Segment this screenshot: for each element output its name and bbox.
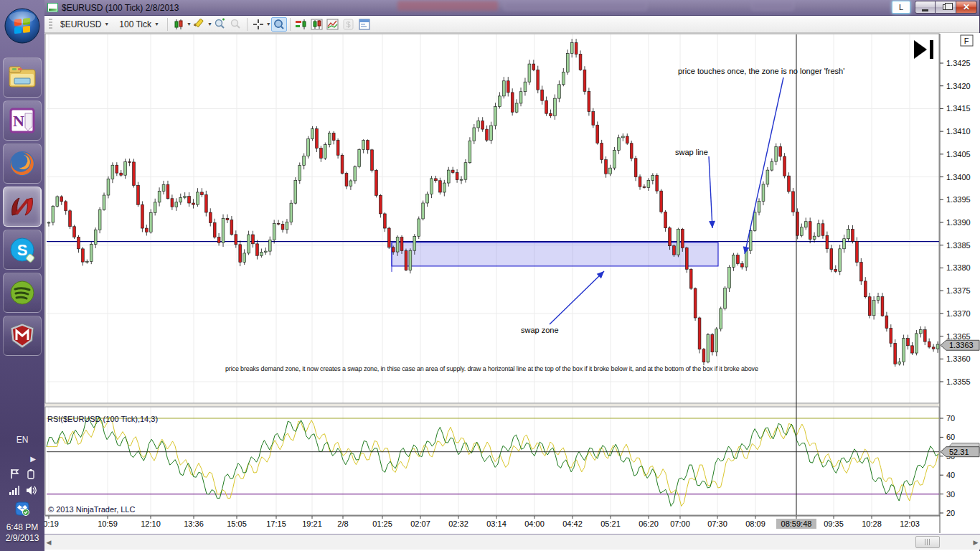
skype-icon: S [8,235,37,264]
price-axis-label: 1.3355 [946,377,971,386]
clock-date: 2/9/2013 [0,533,44,544]
candle-body [541,90,544,100]
zoom-out-icon [230,18,242,30]
annotation-arrow[interactable] [550,271,604,324]
title-bar[interactable]: $EURUSD (100 Tick) 2/8/2013 L ✕ [44,0,979,16]
candle-body [554,98,557,116]
annotation-arrow[interactable] [745,77,783,254]
taskbar-item-onenote[interactable]: N [3,100,42,141]
candle-body [673,246,676,255]
candle-body [847,230,850,239]
language-indicator[interactable]: EN [0,435,44,445]
go-to-end-icon[interactable] [914,40,927,59]
rsi-axis-label: 40 [946,471,955,479]
dropbox-icon[interactable] [15,501,29,516]
annotation-fresh-note[interactable]: price touches once, the zone is no longe… [678,67,844,75]
chart-style-button[interactable]: ▼ [171,17,192,32]
candle-body [286,222,288,230]
instrument-selector[interactable]: $EURUSD ▼ [55,17,114,32]
battery-icon[interactable] [27,468,35,479]
candle-body [545,100,548,113]
system-tray: EN ▶ [0,435,44,551]
scrollbar-thumb[interactable] [915,536,940,548]
network-icon[interactable] [9,486,19,495]
time-axis-label: 09:35 [824,519,844,528]
candle-body [175,202,178,207]
candle-body [826,235,829,249]
zoom-out-button[interactable] [228,17,244,32]
taskbar-item-mcafee[interactable] [3,316,42,356]
taskbar-item-explorer[interactable] [3,57,42,98]
chart-trader-button[interactable] [293,17,309,32]
windows-explorer-icon [8,65,37,90]
candle-body [788,176,791,192]
annotation-swap-line[interactable]: swap line [675,148,708,156]
toolbar-grip[interactable] [49,19,52,30]
ninjatrader-chart-window: $EURUSD (100 Tick) 2/8/2013 L ✕ $EURUSD … [44,0,980,551]
candle-body [481,121,484,129]
indicators-button[interactable] [325,17,341,32]
candle-body [834,269,837,271]
zoom-in-button[interactable] [212,17,228,32]
candle-body [362,141,365,150]
taskbar-item-firefox[interactable] [3,143,42,184]
candle-body [52,206,55,222]
drawing-tools-button[interactable]: ▼ [192,17,212,32]
annotation-arrowhead[interactable] [709,221,715,228]
candle-body [73,227,76,237]
time-axis-label: 05:21 [600,519,621,528]
candle-body [358,150,361,167]
candle-body [923,330,926,342]
go-to-end-icon-bar[interactable] [930,40,933,59]
data-series-button[interactable] [309,17,325,32]
dollar-button[interactable]: $ [341,17,357,32]
candle-body [409,250,412,270]
candle-body [222,218,225,242]
scrollbar-track[interactable] [53,535,971,550]
panel-splitter[interactable] [44,404,940,406]
candle-body [141,204,143,228]
zoom-region-button[interactable] [271,17,287,32]
scroll-right-arrow-icon[interactable]: ▶ [971,535,980,550]
speaker-icon[interactable] [26,486,37,495]
candle-body [689,269,692,288]
scroll-left-arrow-icon[interactable]: ◀ [44,535,53,550]
taskbar-item-spotify[interactable] [3,273,42,313]
price-axis-label: 1.3365 [946,332,971,341]
time-axis-label: 10:28 [862,519,882,528]
candle-body [753,212,756,230]
start-button[interactable] [1,4,43,47]
interval-selector[interactable]: 100 Tick ▼ [114,17,164,32]
candle-body [736,255,739,264]
annotation-arrow[interactable] [709,156,712,228]
candle-body [332,133,335,141]
chart-area[interactable]: 1.34251.34201.34151.34101.34051.34001.33… [44,33,980,534]
toolbar-separator [247,18,248,31]
candle-body [413,236,416,250]
rsi-axis-label: 30 [946,490,955,499]
horizontal-scrollbar[interactable]: ◀ ▶ [44,534,980,550]
fast-forward-label[interactable]: F [964,37,969,45]
clock[interactable]: 6:48 PM 2/9/2013 [0,522,44,551]
scrollbar-grip-icon [925,539,930,545]
time-axis-label: 13:36 [184,519,204,528]
restore-button[interactable] [936,1,956,14]
annotation-description[interactable]: price breaks demand zone, it now creates… [225,365,758,372]
cursor-mode-button[interactable]: ▼ [250,17,271,32]
chart-canvas[interactable]: 1.34251.34201.34151.34101.34051.34001.33… [44,33,980,534]
taskbar-item-ninjatrader[interactable] [3,187,42,227]
tray-expand-arrow[interactable]: ▶ [0,455,44,463]
taskbar-item-skype[interactable]: S [3,230,42,270]
candle-body [435,179,438,181]
properties-button[interactable] [357,17,372,32]
candle-body [783,156,786,176]
candle-body [583,70,586,91]
time-axis-label: 08:59:48 [781,519,812,528]
minimize-button[interactable] [915,1,936,14]
annotation-swap-zone[interactable]: swap zone [521,326,559,334]
close-button[interactable]: ✕ [956,1,977,14]
flag-icon[interactable] [10,468,20,479]
candle-body [720,309,722,329]
candle-body [677,229,679,255]
lock-button[interactable]: L [892,1,910,14]
